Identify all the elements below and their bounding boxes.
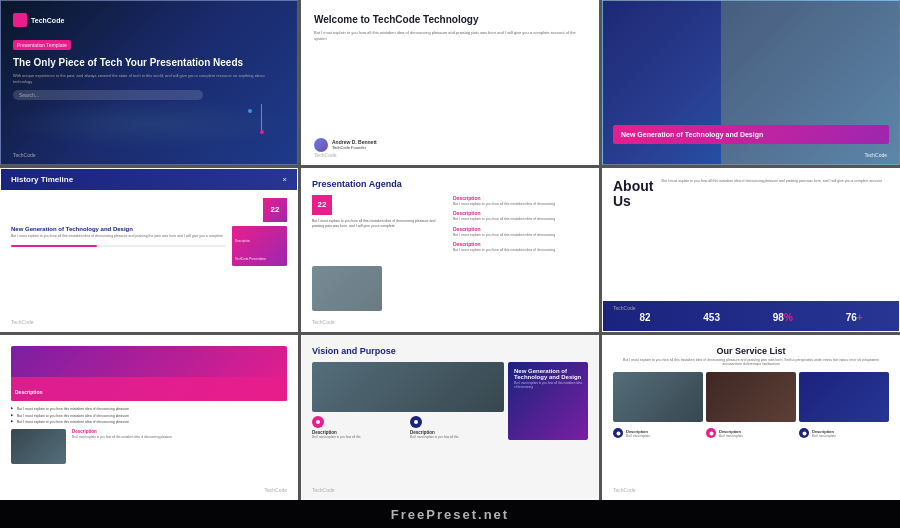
slide1-logo-icon xyxy=(13,13,27,27)
slide4-close-icon: × xyxy=(282,175,287,184)
slide2-author-info: Andrew D. Bennett TechCode Founder xyxy=(332,139,377,150)
slide6-stat-1: 82 xyxy=(639,307,650,325)
slide4-img-overlay: Description TechCode Presentation xyxy=(232,226,287,266)
slide-8-vision: Vision and Purpose Description But I mus… xyxy=(301,335,599,500)
slide-3-image-overlay: New Generation of Technology and Design … xyxy=(602,0,900,165)
slide4-date-badge: 22 xyxy=(263,198,287,222)
slide9-icon-1 xyxy=(613,428,623,438)
slide8-vision-img xyxy=(312,362,504,412)
slide8-content: Description But I must explain to you ho… xyxy=(312,362,588,440)
slide-2-welcome: Welcome to TechCode Technology But I mus… xyxy=(301,0,599,165)
watermark-bar: FreePreset.net xyxy=(0,500,900,528)
slide9-label-sub-1: But I must explain xyxy=(626,434,650,438)
slide7-desc-item-2: But I must explain to you how this mista… xyxy=(11,414,287,419)
slide6-stat1-number: 82 xyxy=(639,312,650,323)
slide4-brand: TechCode xyxy=(11,319,34,325)
svg-point-4 xyxy=(802,431,806,435)
slide3-overlay-text: New Generation of Technology and Design xyxy=(621,131,881,138)
slide2-avatar xyxy=(314,138,328,152)
slide1-tag: Presentation Template xyxy=(13,40,71,50)
slide1-title: The Only Piece of Tech Your Presentation… xyxy=(13,56,285,69)
svg-point-0 xyxy=(316,420,320,424)
slide8-icon-2-circle xyxy=(410,416,422,428)
slide7-brand: TechCode xyxy=(264,487,287,493)
slide1-desc: With unique experience in the past, and … xyxy=(13,73,285,84)
slide8-icon-item-1: Description But I must explain to you ho… xyxy=(312,416,406,440)
slide5-content: 22 But I must explain to you how all thi… xyxy=(312,195,588,257)
slide5-desc-3: Description But I must explain to you ho… xyxy=(453,226,588,238)
slide1-logo-bar: TechCode xyxy=(13,13,285,27)
slide1-dots xyxy=(217,104,277,134)
slide9-label-sub-2: But I must explain xyxy=(719,434,743,438)
slide8-icon-1-text: But I must explain to you how all this xyxy=(312,436,361,440)
slide6-stat4-number: 76 xyxy=(846,312,857,323)
slide-7-description: Description But I must explain to you ho… xyxy=(0,335,298,500)
slide2-title: Welcome to TechCode Technology xyxy=(314,13,586,26)
slide4-content-title: New Generation of Technology and Design xyxy=(11,226,226,232)
slide5-body: But I must explain to you how all this m… xyxy=(312,219,447,229)
slide8-right: New Generation of Technology and Design … xyxy=(508,362,588,440)
slide4-img-sublabel: TechCode Presentation xyxy=(235,257,266,261)
slide5-text-1: But I must explain to you how all this m… xyxy=(453,202,588,207)
slide3-overlay-card: New Generation of Technology and Design xyxy=(613,125,889,144)
slide9-label-sub-3: But I must explain xyxy=(812,434,836,438)
slide9-label-2: Description But I must explain xyxy=(706,428,796,438)
slide7-bot-desc: Description But I must explain to you ho… xyxy=(72,429,287,464)
slide4-timeline-img: Description TechCode Presentation xyxy=(232,226,287,266)
slide8-title: Vision and Purpose xyxy=(312,346,588,356)
slide9-label-text-2: Description But I must explain xyxy=(719,429,743,438)
slide1-dot-circle-1 xyxy=(260,130,264,134)
svg-point-2 xyxy=(616,431,620,435)
slide6-stat4-unit: + xyxy=(857,312,863,323)
slide7-bot-label: Description xyxy=(72,429,287,435)
slide7-desc-list: But I must explain to you how this mista… xyxy=(11,407,287,425)
slide5-text-3: But I must explain to you how all this m… xyxy=(453,233,588,238)
slide6-stat3-number: 98 xyxy=(773,312,784,323)
slide6-header: AboutUs But I must explain to you how al… xyxy=(613,179,889,210)
slide-9-services: Our Service List But I must explain to y… xyxy=(602,335,900,500)
slide4-progress-bar xyxy=(11,245,226,247)
slide6-stat2-number: 453 xyxy=(703,312,720,323)
slide7-desc-item-1: But I must explain to you how this mista… xyxy=(11,407,287,412)
slide8-brand: TechCode xyxy=(312,487,335,493)
slide8-icon-items: Description But I must explain to you ho… xyxy=(312,416,504,440)
slide8-left: Description But I must explain to you ho… xyxy=(312,362,504,440)
slide5-text-2: But I must explain to you how all this m… xyxy=(453,217,588,222)
slide1-dot-circle-2 xyxy=(248,109,252,113)
slide7-img-label: Description xyxy=(15,389,43,395)
slide6-title: AboutUs xyxy=(613,179,653,210)
slide7-bot-section: Description But I must explain to you ho… xyxy=(11,429,287,464)
slide2-author: Andrew D. Bennett TechCode Founder xyxy=(314,138,586,152)
slide9-images xyxy=(613,372,889,422)
slide7-desc-item-3: But I must explain to you how this mista… xyxy=(11,420,287,425)
slide9-label-3: Description But I must explain xyxy=(799,428,889,438)
slide5-right: Description But I must explain to you ho… xyxy=(453,195,588,257)
slide9-icon-2 xyxy=(706,428,716,438)
slide9-img-3 xyxy=(799,372,889,422)
slide9-icon-3 xyxy=(799,428,809,438)
slide8-promo-text: But I must explain to you how all this m… xyxy=(514,382,582,390)
slide4-content-desc: But I must explain to you how all this m… xyxy=(11,234,226,239)
slide7-img-overlay: Description xyxy=(11,377,287,401)
slide5-desc-4: Description But I must explain to you ho… xyxy=(453,241,588,253)
slide5-machine-img xyxy=(312,266,382,311)
slide8-promo-card: New Generation of Technology and Design … xyxy=(508,362,588,440)
slide9-brand: TechCode xyxy=(613,487,636,493)
slide5-title: Presentation Agenda xyxy=(312,179,588,189)
slide8-icon-item-2: Description But I must explain to you ho… xyxy=(410,416,504,440)
slide7-bot-img xyxy=(11,429,66,464)
slide-1-tech-intro: TechCode Presentation Template The Only … xyxy=(0,0,298,165)
slide7-top-img: Description xyxy=(11,346,287,401)
slide6-stat-4: 76+ xyxy=(846,307,863,325)
slide-5-agenda: Presentation Agenda 22 But I must explai… xyxy=(301,168,599,333)
slide6-title-block: AboutUs xyxy=(613,179,653,210)
slide6-stats-bar: 82 453 98% 76+ xyxy=(603,301,899,331)
slide9-label-text-1: Description But I must explain xyxy=(626,429,650,438)
slide9-labels: Description But I must explain Descripti… xyxy=(613,428,889,438)
slide-4-history-timeline: History Timeline × 22 New Generation of … xyxy=(0,168,298,333)
slide9-subtitle: But I must explain to you how all this m… xyxy=(613,358,889,366)
slide4-header-bar: History Timeline × xyxy=(1,169,297,190)
slide6-stat-3: 98% xyxy=(773,307,793,325)
slide4-progress-fill xyxy=(11,245,97,247)
slide5-left: 22 But I must explain to you how all thi… xyxy=(312,195,447,257)
